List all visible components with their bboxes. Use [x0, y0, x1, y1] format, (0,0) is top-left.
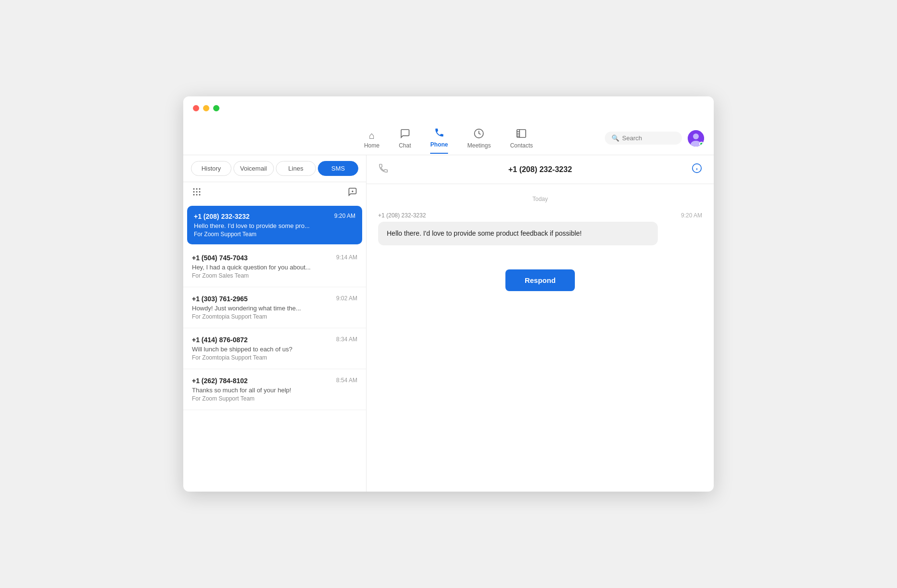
message-group: +1 (208) 232-3232 9:20 AM Hello there. I… — [378, 212, 702, 245]
sms-preview-4: Will lunch be shipped to each of us? — [192, 346, 357, 353]
title-bar — [183, 96, 714, 121]
tab-history[interactable]: History — [191, 161, 231, 176]
message-time: 9:20 AM — [681, 212, 702, 219]
sms-item-header-4: +1 (414) 876-0872 8:34 AM — [192, 336, 357, 344]
sms-phone-4: +1 (414) 876-0872 — [192, 336, 248, 344]
nav-item-chat[interactable]: Chat — [399, 128, 411, 154]
tab-voicemail[interactable]: Voicemail — [233, 161, 274, 176]
nav-label-contacts: Contacts — [510, 142, 533, 149]
sms-preview-1: Hello there. I'd love to provide some pr… — [194, 222, 355, 229]
sms-time-1: 9:20 AM — [334, 213, 355, 220]
sms-list: +1 (208) 232-3232 9:20 AM Hello there. I… — [183, 204, 366, 492]
sms-time-2: 9:14 AM — [336, 254, 357, 262]
chat-body: Today +1 (208) 232-3232 9:20 AM Hello th… — [367, 184, 714, 492]
home-icon: ⌂ — [369, 131, 375, 140]
nav-right: 🔍 — [605, 130, 704, 147]
sms-item-2[interactable]: +1 (504) 745-7043 9:14 AM Hey, I had a q… — [183, 246, 366, 287]
svg-point-11 — [199, 188, 201, 190]
main-content: History Voicemail Lines SMS — [183, 155, 714, 492]
tab-sms[interactable]: SMS — [318, 161, 358, 176]
nav-items: ⌂ Home Chat Phone — [364, 127, 533, 154]
message-bubble: Hello there. I'd love to provide some pr… — [378, 222, 658, 245]
sms-time-3: 9:02 AM — [336, 295, 357, 303]
nav-item-contacts[interactable]: Contacts — [510, 128, 533, 154]
contacts-icon — [516, 128, 527, 140]
sms-phone-2: +1 (504) 745-7043 — [192, 254, 248, 262]
maximize-button[interactable] — [213, 105, 219, 111]
sms-item-header-2: +1 (504) 745-7043 9:14 AM — [192, 254, 357, 262]
sms-team-2: For Zoom Sales Team — [192, 272, 357, 279]
sms-phone-3: +1 (303) 761-2965 — [192, 295, 248, 303]
date-divider: Today — [532, 196, 548, 202]
chat-title: +1 (208) 232-3232 — [508, 165, 572, 174]
search-icon: 🔍 — [612, 134, 619, 142]
sms-item-4[interactable]: +1 (414) 876-0872 8:34 AM Will lunch be … — [183, 328, 366, 369]
dialpad-icon[interactable] — [192, 187, 202, 199]
sms-time-4: 8:34 AM — [336, 336, 357, 344]
svg-point-12 — [193, 191, 195, 193]
nav-item-phone[interactable]: Phone — [430, 127, 448, 154]
left-panel: History Voicemail Lines SMS — [183, 155, 367, 492]
chat-header: +1 (208) 232-3232 — [367, 155, 714, 184]
svg-point-16 — [196, 194, 198, 196]
nav-item-meetings[interactable]: Meetings — [467, 128, 491, 154]
search-input[interactable] — [622, 134, 675, 142]
nav-label-meetings: Meetings — [467, 142, 491, 149]
phone-nav-icon — [434, 127, 445, 139]
message-meta: +1 (208) 232-3232 9:20 AM — [378, 212, 702, 219]
sms-preview-5: Thanks so much for all of your help! — [192, 387, 357, 394]
app-window: ⌂ Home Chat Phone — [183, 96, 714, 492]
nav-bar: ⌂ Home Chat Phone — [183, 121, 714, 155]
right-panel: +1 (208) 232-3232 Today +1 (208) 232-323… — [367, 155, 714, 492]
tab-lines[interactable]: Lines — [276, 161, 316, 176]
svg-point-13 — [196, 191, 198, 193]
close-button[interactable] — [193, 105, 199, 111]
sms-preview-3: Howdy! Just wondering what time the... — [192, 305, 357, 312]
nav-label-chat: Chat — [399, 142, 411, 149]
sms-item-5[interactable]: +1 (262) 784-8102 8:54 AM Thanks so much… — [183, 369, 366, 410]
sms-preview-2: Hey, I had a quick question for you abou… — [192, 264, 357, 271]
nav-item-home[interactable]: ⌂ Home — [364, 131, 380, 154]
svg-point-14 — [199, 191, 201, 193]
svg-point-15 — [193, 194, 195, 196]
sms-team-1: For Zoom Support Team — [194, 231, 355, 238]
sms-item-header-1: +1 (208) 232-3232 9:20 AM — [194, 213, 355, 220]
info-icon[interactable] — [692, 163, 702, 176]
sms-team-3: For Zoomtopia Support Team — [192, 313, 357, 320]
message-sender: +1 (208) 232-3232 — [378, 212, 426, 219]
svg-point-17 — [199, 194, 201, 196]
online-indicator — [699, 142, 704, 146]
minimize-button[interactable] — [203, 105, 209, 111]
traffic-lights — [193, 105, 219, 111]
sms-item-1[interactable]: +1 (208) 232-3232 9:20 AM Hello there. I… — [187, 206, 362, 244]
nav-label-home: Home — [364, 142, 380, 149]
avatar[interactable] — [688, 130, 704, 147]
compose-icon[interactable] — [348, 187, 357, 199]
nav-label-phone: Phone — [430, 141, 448, 148]
search-box[interactable]: 🔍 — [605, 132, 682, 145]
meetings-icon — [474, 128, 484, 140]
sms-item-header-3: +1 (303) 761-2965 9:02 AM — [192, 295, 357, 303]
sms-team-5: For Zoom Support Team — [192, 395, 357, 402]
sms-phone-5: +1 (262) 784-8102 — [192, 377, 248, 385]
svg-point-9 — [193, 188, 195, 190]
action-bar — [183, 182, 366, 204]
tabs-bar: History Voicemail Lines SMS — [183, 155, 366, 182]
sms-item-header-5: +1 (262) 784-8102 8:54 AM — [192, 377, 357, 385]
sms-time-5: 8:54 AM — [336, 377, 357, 385]
chat-icon — [400, 128, 410, 140]
svg-point-7 — [693, 134, 699, 139]
sms-team-4: For Zoomtopia Support Team — [192, 354, 357, 361]
sms-phone-1: +1 (208) 232-3232 — [194, 213, 250, 220]
sms-item-3[interactable]: +1 (303) 761-2965 9:02 AM Howdy! Just wo… — [183, 287, 366, 328]
phone-icon — [378, 163, 389, 176]
respond-button[interactable]: Respond — [505, 269, 575, 291]
svg-point-10 — [196, 188, 198, 190]
